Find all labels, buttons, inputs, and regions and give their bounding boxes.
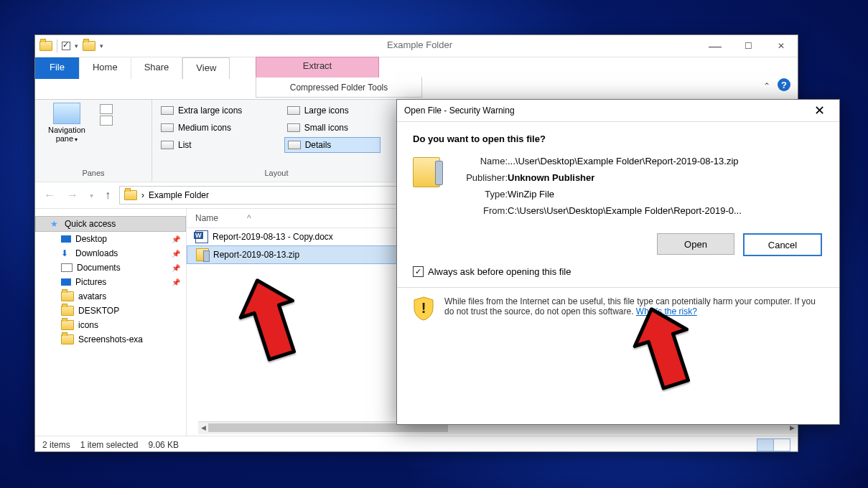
- nav-downloads[interactable]: ⬇Downloads📌: [35, 246, 186, 261]
- status-size: 9.06 KB: [148, 440, 179, 450]
- layout-list[interactable]: List: [158, 137, 274, 153]
- layout-small[interactable]: Small icons: [284, 120, 381, 136]
- view-details-button[interactable]: [757, 438, 774, 451]
- documents-icon: [61, 263, 73, 272]
- tab-compressed-tools[interactable]: Compressed Folder Tools: [256, 77, 422, 98]
- help-icon[interactable]: ?: [778, 78, 790, 91]
- details-pane-icon: [100, 116, 113, 126]
- pin-icon: 📌: [172, 264, 180, 272]
- pin-icon: 📌: [172, 250, 180, 258]
- nav-back-button[interactable]: ←: [41, 189, 58, 202]
- tab-share[interactable]: Share: [131, 57, 183, 79]
- file-name: Report-2019-08-13 - Copy.docx: [213, 232, 333, 242]
- status-bar: 2 items 1 item selected 9.06 KB: [35, 436, 798, 454]
- label-type: Type:: [453, 189, 508, 200]
- folder-icon: [61, 320, 74, 330]
- nav-recent-button[interactable]: ▾: [87, 192, 96, 200]
- cancel-button[interactable]: Cancel: [743, 233, 822, 256]
- nav-desktop[interactable]: Desktop📌: [35, 232, 186, 246]
- desktop-icon: [61, 235, 71, 243]
- nav-up-button[interactable]: ↑: [102, 189, 113, 202]
- layout-icon: [161, 123, 174, 132]
- dialog-titlebar: Open File - Security Warning ✕: [397, 100, 839, 122]
- maximize-button[interactable]: ☐: [732, 35, 765, 57]
- tab-view[interactable]: View: [182, 57, 230, 79]
- properties-icon[interactable]: [62, 42, 70, 50]
- layout-icon: [288, 141, 301, 149]
- new-folder-icon[interactable]: [83, 41, 95, 51]
- col-name[interactable]: Name: [195, 213, 218, 223]
- window-title: Example Folder: [387, 39, 452, 50]
- folder-icon: [124, 190, 137, 200]
- preview-pane-icon: [100, 104, 113, 114]
- checkbox-icon: ✓: [413, 266, 424, 277]
- navigation-pane-label: Navigationpane: [48, 126, 85, 143]
- value-type: WinZip File: [508, 189, 742, 200]
- star-icon: ★: [50, 219, 60, 229]
- annotation-arrow-icon: [621, 301, 700, 397]
- layout-large[interactable]: Large icons: [284, 103, 381, 118]
- label-from: From:: [453, 205, 508, 216]
- svg-text:!: !: [421, 300, 426, 316]
- layout-icon: [287, 106, 300, 115]
- address-sep: ›: [141, 190, 144, 200]
- quick-access-toolbar: ▾ ▾: [35, 39, 103, 52]
- tab-file[interactable]: File: [35, 57, 80, 79]
- dialog-close-button[interactable]: ✕: [807, 102, 832, 119]
- sort-indicator-icon: ^: [247, 213, 251, 223]
- navigation-pane-icon: [53, 103, 80, 124]
- nav-quick-access[interactable]: ★Quick access: [35, 216, 186, 232]
- titlebar: ▾ ▾ Example Folder — ☐ ✕: [35, 35, 798, 57]
- folder-icon: [61, 291, 74, 301]
- preview-pane-button[interactable]: [100, 104, 113, 114]
- minimize-button[interactable]: —: [699, 35, 732, 57]
- status-item-count: 2 items: [42, 440, 70, 450]
- qat-sep: [57, 39, 57, 52]
- tab-home[interactable]: Home: [80, 57, 131, 79]
- qat-more-chevron-icon[interactable]: ▾: [100, 42, 103, 50]
- folder-icon: [61, 334, 74, 344]
- value-from: C:\Users\User\Desktop\Example Folder\Rep…: [508, 205, 742, 216]
- layout-icon: [161, 106, 174, 115]
- collapse-ribbon-chevron-icon[interactable]: ⌃: [763, 81, 770, 91]
- annotation-arrow-icon: [227, 273, 306, 368]
- nav-screenshots[interactable]: Screenshots-exa: [35, 332, 186, 347]
- nav-documents[interactable]: Documents📌: [35, 261, 186, 275]
- details-pane-button[interactable]: [100, 116, 113, 126]
- scroll-left-icon[interactable]: ◀: [198, 422, 208, 433]
- nav-pictures[interactable]: Pictures📌: [35, 275, 186, 289]
- value-publisher: Unknown Publisher: [508, 172, 742, 183]
- view-thumbnails-button[interactable]: [773, 438, 790, 451]
- tab-extract-context[interactable]: Extract: [256, 57, 379, 78]
- pin-icon: 📌: [172, 278, 180, 286]
- layout-extra-large[interactable]: Extra large icons: [158, 103, 274, 118]
- navigation-pane[interactable]: ★Quick access Desktop📌 ⬇Downloads📌 Docum…: [35, 209, 187, 436]
- dialog-question: Do you want to open this file?: [413, 133, 823, 144]
- downloads-icon: ⬇: [61, 248, 71, 258]
- folder-icon[interactable]: [39, 41, 52, 51]
- always-ask-label: Always ask before opening this file: [428, 266, 571, 277]
- ribbon-tabs: File Home Share View: [35, 57, 798, 79]
- close-button[interactable]: ✕: [765, 35, 798, 57]
- word-doc-icon: [195, 230, 208, 243]
- address-location: Example Folder: [149, 190, 209, 200]
- navigation-pane-button[interactable]: Navigationpane ▾: [41, 103, 93, 144]
- nav-forward-button[interactable]: →: [64, 189, 81, 202]
- security-warning-dialog: Open File - Security Warning ✕ Do you wa…: [396, 99, 840, 425]
- nav-icons[interactable]: icons: [35, 318, 186, 332]
- nav-desktop2[interactable]: DESKTOP: [35, 304, 186, 318]
- nav-avatars[interactable]: avatars: [35, 289, 186, 304]
- folder-icon: [61, 306, 74, 316]
- zip-file-icon: [196, 248, 209, 261]
- always-ask-checkbox[interactable]: ✓ Always ask before opening this file: [413, 266, 823, 277]
- panes-group-label: Panes: [41, 169, 146, 177]
- pictures-icon: [61, 278, 71, 286]
- shield-warning-icon: !: [413, 296, 434, 321]
- zip-file-icon: [413, 157, 440, 187]
- qat-chevron-icon[interactable]: ▾: [75, 42, 78, 50]
- layout-icon: [161, 141, 174, 149]
- layout-details[interactable]: Details: [284, 137, 381, 153]
- chevron-down-icon: ▾: [73, 136, 78, 143]
- open-button[interactable]: Open: [657, 233, 734, 255]
- layout-medium[interactable]: Medium icons: [158, 120, 274, 136]
